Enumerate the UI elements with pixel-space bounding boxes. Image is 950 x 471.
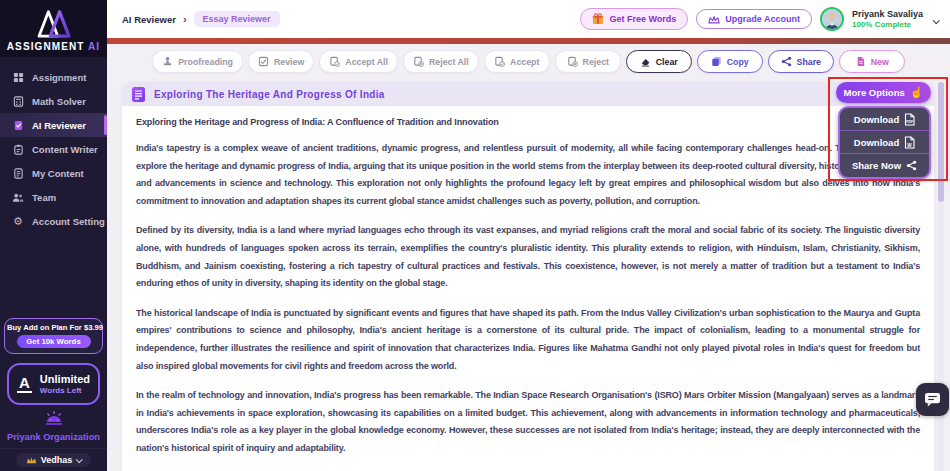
sidebar-item-label: Assignment: [32, 72, 86, 83]
reject-all-button[interactable]: Reject All: [403, 50, 479, 73]
sidebar-item-assignment[interactable]: Assignment: [0, 65, 107, 89]
essay-heading: Exploring the Heritage and Progress of I…: [136, 117, 920, 127]
buy-addon-card: Buy Add on Plan For $3.99 Get 10k Words: [4, 318, 103, 354]
word-icon: W: [904, 136, 915, 149]
user-menu[interactable]: Priyank Savaliya 100% Complete: [852, 9, 923, 29]
reject-label: Reject: [583, 57, 609, 67]
share-label: Share: [797, 57, 821, 67]
sidebar-nav: Assignment Math Solver AI Reviewer Conte…: [0, 65, 107, 233]
download-word-label: Download: [854, 137, 899, 148]
assignment-ai-mini-logo: A: [17, 375, 32, 394]
new-document-icon: [855, 56, 866, 67]
copy-icon: [711, 56, 722, 67]
clear-label: Clear: [656, 57, 678, 67]
avatar[interactable]: [820, 7, 844, 31]
get-free-words-label: Get Free Words: [609, 14, 676, 24]
clear-button[interactable]: Clear: [626, 50, 692, 73]
sidebar-item-account-setting[interactable]: ⚙Account Setting: [0, 209, 107, 233]
proofreading-button[interactable]: Proofreading: [152, 50, 243, 73]
sidebar-item-label: Team: [32, 192, 56, 203]
hand-pointer-icon: ☝: [910, 87, 924, 98]
sidebar-item-label: Content Writer: [32, 144, 98, 155]
workspace-name: Vedhas: [41, 455, 73, 465]
editor-toolbar: Proofreading Review Accept All Reject Al…: [107, 50, 950, 73]
feedback-chat-button[interactable]: [916, 383, 949, 416]
breadcrumb-parent[interactable]: AI Reviewer: [122, 14, 176, 25]
stamp-icon: [162, 56, 173, 67]
accept-icon: [494, 56, 505, 67]
more-options-label: More Options: [844, 87, 905, 98]
review-button[interactable]: Review: [248, 50, 314, 73]
get-10k-words-button[interactable]: Get 10k Words: [17, 335, 91, 348]
essay-paragraph: In the realm of technology and innovatio…: [136, 387, 920, 457]
top-header: AI Reviewer › Essay Reviewer Get Free Wo…: [107, 0, 950, 38]
logo: ASSIGNMENT AI: [0, 0, 107, 57]
gift-icon: [592, 13, 604, 25]
addon-title: Buy Add on Plan For $3.99: [7, 323, 100, 332]
gear-icon: ⚙: [12, 215, 24, 227]
review-label: Review: [274, 57, 304, 67]
organization-name: Priyank Organization: [0, 432, 107, 442]
reject-all-label: Reject All: [429, 57, 469, 67]
download-pdf-menu-item[interactable]: Download PDF: [840, 108, 929, 131]
grid-icon: [12, 71, 24, 83]
accept-all-button[interactable]: Accept All: [319, 50, 398, 73]
essay-body[interactable]: Exploring the Heritage and Progress of I…: [122, 106, 934, 471]
sidebar-item-ai-reviewer[interactable]: AI Reviewer: [0, 113, 107, 137]
pdf-icon: PDF: [904, 113, 915, 126]
download-word-menu-item[interactable]: Download W: [840, 131, 929, 154]
document-icon: [12, 167, 24, 179]
new-button[interactable]: New: [839, 50, 905, 73]
sidebar-item-team[interactable]: Team: [0, 185, 107, 209]
copy-label: Copy: [727, 57, 749, 67]
get-free-words-button[interactable]: Get Free Words: [580, 8, 688, 30]
share-button[interactable]: Share: [768, 50, 834, 73]
scrollbar-thumb[interactable]: [938, 82, 944, 202]
sidebar-item-label: Math Solver: [32, 96, 86, 107]
sidebar-item-math-solver[interactable]: Math Solver: [0, 89, 107, 113]
chevron-down-icon[interactable]: [933, 10, 938, 28]
upgrade-account-label: Upgrade Account: [725, 14, 800, 24]
reject-all-icon: [413, 56, 424, 67]
profile-complete-badge: 100% Complete: [852, 20, 923, 30]
download-pdf-label: Download: [854, 114, 899, 125]
share-now-label: Share Now: [852, 160, 901, 171]
upgrade-account-button[interactable]: Upgrade Account: [696, 9, 812, 29]
accept-button[interactable]: Accept: [484, 50, 550, 73]
more-options-button[interactable]: More Options ☝: [836, 82, 931, 103]
share-icon: [781, 56, 792, 67]
share-now-menu-item[interactable]: Share Now: [840, 154, 929, 177]
sidebar-item-content-writer[interactable]: Content Writer: [0, 137, 107, 161]
accept-all-icon: [329, 56, 340, 67]
review-icon: [258, 56, 269, 67]
reject-icon: [567, 56, 578, 67]
purple-document-icon: [131, 86, 146, 103]
team-icon: [12, 191, 24, 203]
essay-paragraph: The historical landscape of India is pun…: [136, 305, 920, 375]
workspace-selector[interactable]: Vedhas: [16, 453, 92, 467]
logo-text: ASSIGNMENT AI: [7, 41, 100, 52]
essay-document-card: Exploring The Heritage And Progress Of I…: [122, 82, 934, 471]
document-title: Exploring The Heritage And Progress Of I…: [154, 89, 385, 100]
sidebar: ASSIGNMENT AI Assignment Math Solver AI …: [0, 0, 107, 471]
accept-label: Accept: [510, 57, 539, 67]
words-left-card: A Unlimited Words Left: [7, 363, 100, 405]
sidebar-item-my-content[interactable]: My Content: [0, 161, 107, 185]
progress-bar: [107, 38, 950, 44]
chat-bubble-icon: [924, 392, 941, 407]
essay-paragraph: India's tapestry is a complex weave of a…: [136, 140, 920, 210]
proofreading-label: Proofreading: [178, 57, 233, 67]
header-actions: Get Free Words Upgrade Account Priyank S…: [580, 7, 938, 31]
new-label: New: [871, 57, 889, 67]
accept-all-label: Accept All: [345, 57, 388, 67]
sidebar-item-label: Account Setting: [32, 216, 105, 227]
copy-button[interactable]: Copy: [697, 50, 763, 73]
sidebar-item-label: AI Reviewer: [32, 120, 86, 131]
reject-button[interactable]: Reject: [555, 50, 621, 73]
document-header: Exploring The Heritage And Progress Of I…: [122, 82, 934, 106]
breadcrumb-current-badge: Essay Reviewer: [194, 11, 280, 27]
essay-paragraph: Defined by its diversity, India is a lan…: [136, 222, 920, 292]
calculator-icon: [12, 95, 24, 107]
logo-text-main: ASSIGNMENT: [7, 41, 85, 52]
organization-icon: [0, 410, 107, 431]
